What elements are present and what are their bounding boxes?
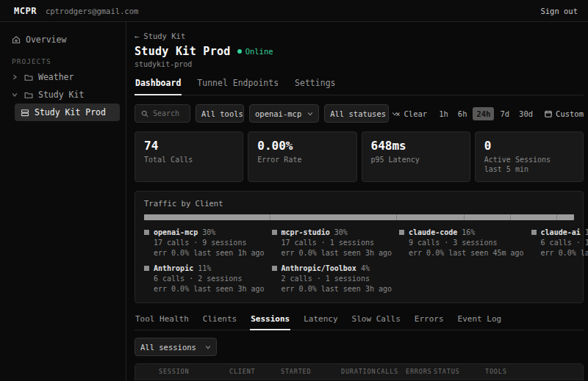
stat-card-error-rate: 0.00% Error Rate	[248, 131, 356, 182]
deployment-slug: studykit-prod	[135, 60, 584, 68]
sidebar-item-study-kit-prod[interactable]: Study Kit Prod	[15, 104, 120, 121]
back-link-label: Study Kit	[143, 32, 185, 40]
folder-icon	[24, 91, 33, 99]
legend-item-claude-code: claude-code 16% 9 calls · 3 sessions err…	[399, 228, 524, 257]
custom-label: Custom	[556, 109, 584, 118]
status-filter-select[interactable]: All statuses	[324, 104, 389, 123]
col-calls: CALLS	[376, 368, 406, 375]
client-error-info: err 0.0% last seen 3h ago	[541, 249, 588, 257]
col-errors: ERRORS	[406, 368, 434, 375]
clear-label: Clear	[404, 109, 428, 118]
stat-value: 74	[144, 139, 234, 153]
tab-clients[interactable]: Clients	[202, 314, 237, 330]
arrow-left-icon: ←	[135, 32, 139, 40]
range-1h-button[interactable]: 1h	[435, 107, 452, 120]
col-session: SESSION	[159, 368, 229, 375]
page-title: Study Kit Prod	[135, 45, 231, 58]
sessions-table: SESSION CLIENT STARTED DURATION CALLS ER…	[135, 363, 584, 381]
main-tabs: Dashboard Tunnel Endpoints Settings	[135, 78, 584, 95]
status-badge: Online	[237, 47, 273, 56]
range-6h-button[interactable]: 6h	[454, 107, 471, 120]
top-bar: MCPR cptrodgers@gmail.com Sign out	[0, 0, 588, 22]
stat-label: p95 Latency	[371, 156, 461, 164]
custom-range-button[interactable]: Custom	[545, 109, 584, 118]
col-client: CLIENT	[229, 368, 281, 375]
legend-item-claude-ai: claude-ai 11% 6 calls · 1 sessions err 0…	[531, 228, 588, 257]
range-7d-button[interactable]: 7d	[496, 107, 513, 120]
filter-bar: All tools openai-mcp All statuses × Clea…	[135, 104, 584, 123]
stat-label: Total Calls	[144, 156, 234, 164]
tab-dashboard[interactable]: Dashboard	[135, 78, 182, 95]
client-error-info: err 0.0% last seen 3h ago	[282, 285, 392, 293]
folder-icon	[24, 73, 33, 81]
client-filter-value: openai-mcp	[255, 109, 301, 118]
search-input[interactable]	[153, 109, 184, 117]
tab-settings[interactable]: Settings	[294, 78, 336, 95]
sidebar-item-label: Study Kit Prod	[35, 107, 106, 117]
stat-card-p95-latency: 648ms p95 Latency	[362, 131, 470, 182]
online-dot-icon	[237, 49, 242, 54]
tab-latency[interactable]: Latency	[303, 314, 338, 330]
chevron-down-icon[interactable]	[12, 92, 19, 98]
tool-filter-select[interactable]: All tools	[196, 104, 244, 123]
col-started: STARTED	[281, 368, 341, 375]
stat-label: Error Rate	[257, 156, 347, 164]
tab-event-log[interactable]: Event Log	[457, 314, 503, 330]
legend-item-anthropic-toolbox: Anthropic/Toolbox 4% 2 calls · 1 session…	[272, 264, 392, 293]
client-error-info: err 0.0% last seen 45m ago	[409, 249, 524, 257]
stat-card-active-sessions: 0 Active Sessions last 5 min	[475, 131, 584, 182]
client-calls: 17 calls · 9 sessions	[154, 239, 265, 247]
range-30d-button[interactable]: 30d	[515, 107, 537, 120]
back-link[interactable]: ← Study Kit	[135, 32, 185, 40]
chevron-down-icon	[205, 344, 211, 350]
traffic-title: Traffic by Client	[144, 199, 574, 208]
chevron-down-icon	[307, 111, 313, 117]
tab-sessions[interactable]: Sessions	[250, 314, 290, 330]
sidebar-item-study-kit[interactable]: Study Kit	[6, 86, 120, 104]
col-tools: TOOLS	[485, 368, 577, 375]
session-filter-select[interactable]: All sessions	[135, 338, 217, 356]
legend-swatch-icon	[144, 266, 149, 271]
clear-filters-button[interactable]: × Clear	[395, 109, 427, 118]
client-percent: 30%	[202, 228, 215, 236]
sidebar-item-overview[interactable]: Overview	[6, 31, 120, 48]
stat-value: 0.00%	[257, 139, 347, 153]
brand-logo: MCPR	[14, 6, 37, 16]
server-icon	[21, 109, 29, 117]
projects-section-label: PROJECTS	[6, 48, 120, 68]
col-status: STATUS	[434, 368, 485, 375]
stat-card-total-calls: 74 Total Calls	[135, 131, 243, 182]
user-email: cptrodgers@gmail.com	[46, 7, 138, 15]
tab-errors[interactable]: Errors	[414, 314, 445, 330]
stat-value: 648ms	[371, 139, 461, 153]
calendar-icon	[545, 110, 552, 117]
tab-tunnel-endpoints[interactable]: Tunnel Endpoints	[196, 78, 279, 95]
traffic-by-client-panel: Traffic by Client openai-mcp 30% 17 call…	[135, 191, 584, 303]
client-error-info: err 0.0% last seen 3h ago	[282, 249, 392, 257]
range-24h-button[interactable]: 24h	[473, 107, 494, 120]
sidebar-item-weather[interactable]: Weather	[6, 68, 120, 86]
search-icon	[141, 110, 148, 117]
detail-tabs: Tool Health Clients Sessions Latency Slo…	[135, 314, 584, 330]
client-percent: 30%	[334, 228, 348, 236]
legend-swatch-icon	[399, 230, 404, 235]
client-error-info: err 0.0% last seen 1h ago	[154, 249, 265, 257]
client-percent: 16%	[462, 228, 475, 236]
sidebar-item-label: Weather	[38, 72, 74, 82]
legend-swatch-icon	[272, 266, 277, 271]
client-error-info: err 0.0% last seen 3h ago	[154, 285, 265, 293]
tool-filter-value: All tools	[201, 109, 243, 118]
tab-slow-calls[interactable]: Slow Calls	[351, 314, 401, 330]
stat-label: Active Sessions	[484, 156, 574, 164]
client-calls: 17 calls · 1 sessions	[282, 239, 392, 247]
tab-tool-health[interactable]: Tool Health	[135, 314, 190, 330]
search-box[interactable]	[135, 104, 190, 123]
chevron-right-icon[interactable]	[12, 74, 19, 80]
traffic-legend: openai-mcp 30% 17 calls · 9 sessions err…	[144, 228, 574, 293]
client-percent: 4%	[361, 264, 370, 272]
sign-out-button[interactable]: Sign out	[540, 7, 578, 15]
time-range-group: 1h 6h 24h 7d 30d	[435, 107, 537, 120]
client-calls: 2 calls · 1 sessions	[282, 275, 392, 283]
legend-swatch-icon	[144, 230, 149, 235]
client-filter-select[interactable]: openai-mcp	[249, 104, 319, 123]
